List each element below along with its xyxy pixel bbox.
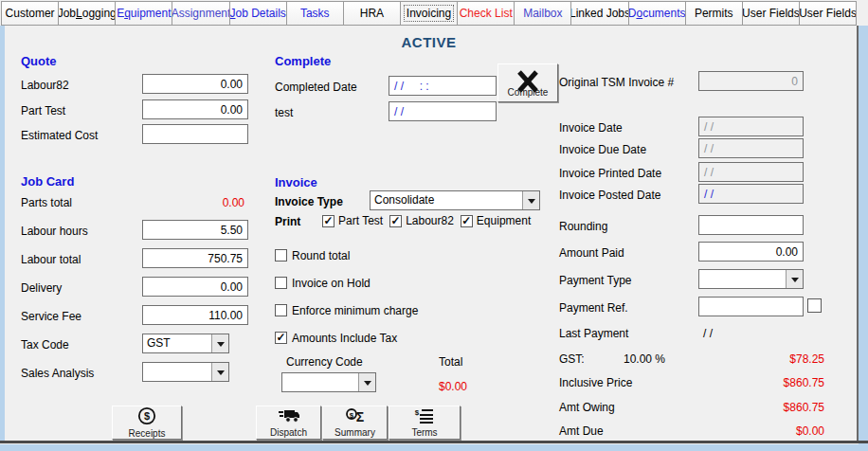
chevron-down-icon (791, 278, 799, 286)
chevron-down-icon (217, 370, 225, 379)
tab-check-list[interactable]: Check List (457, 1, 515, 26)
window-frame-left (0, 26, 5, 443)
tab-job-logging[interactable]: Job Logging (58, 1, 116, 26)
print-option-label: Equipment (477, 214, 531, 227)
invoice-type-label: Invoice Type (275, 195, 343, 208)
part-test-input[interactable]: 0.00 (142, 99, 248, 119)
gst-value: $78.25 (720, 352, 824, 366)
tab-permits[interactable]: Permits (685, 1, 743, 26)
tab-bar: CustomerJob LoggingEquipmentAssignmentJo… (1, 1, 857, 26)
invoicing-window: CustomerJob LoggingEquipmentAssignmentJo… (0, 0, 868, 451)
print-option-equipment[interactable]: ✓Equipment (461, 214, 531, 227)
terms-button[interactable]: $ Terms (389, 406, 461, 440)
summary-button[interactable]: $Σ Summary (322, 406, 388, 440)
rounding-input[interactable] (698, 215, 804, 235)
print-label: Print (275, 215, 300, 228)
sales-analysis-label: Sales Analysis (21, 367, 94, 380)
amounts-include-tax-label: Amounts Include Tax (292, 332, 397, 345)
svg-text:Σ: Σ (355, 409, 363, 424)
inclusive-price-label: Inclusive Price (559, 376, 632, 389)
delivery-input[interactable]: 0.00 (142, 277, 248, 297)
enforce-minimum-charge-label: Enforce minimum charge (292, 304, 418, 317)
labour-hours-input[interactable]: 5.50 (142, 220, 248, 240)
print-option-part-test[interactable]: ✓Part Test (322, 214, 383, 227)
original-tsm-invoice-field: 0 (698, 71, 804, 91)
tax-code-select[interactable]: GST (142, 334, 229, 353)
estimated-cost-label: Estimated Cost (21, 129, 98, 142)
tab-invoicing[interactable]: Invoicing (400, 1, 458, 26)
payment-ref-label: Payment Ref. (559, 301, 628, 315)
tab-user-fields-2[interactable]: User Fields (799, 1, 857, 26)
amount-paid-label: Amount Paid (559, 246, 624, 260)
gst-label: GST: (559, 352, 585, 366)
print-option-labour82[interactable]: ✓Labour82 (389, 214, 454, 227)
inclusive-price-value: $860.75 (720, 376, 824, 389)
tab-tasks[interactable]: Tasks (286, 1, 344, 26)
tab-user-fields[interactable]: User Fields (742, 1, 800, 26)
parts-total-label: Parts total (21, 196, 72, 209)
amt-due-label: Amt Due (559, 424, 604, 438)
invoice-printed-date-field: / / (698, 162, 804, 182)
currency-code-dropdown-button[interactable] (358, 373, 375, 391)
currency-code-select[interactable] (281, 372, 376, 392)
tab-equipment[interactable]: Equipment (115, 1, 172, 26)
tab-documents[interactable]: Documents (628, 1, 686, 26)
invoice-type-select[interactable]: Consolidate (370, 190, 540, 210)
invoice-type-dropdown-button[interactable] (522, 191, 539, 209)
amt-owing-label: Amt Owing (559, 401, 615, 414)
estimated-cost-input[interactable] (142, 124, 248, 144)
total-label: Total (439, 355, 462, 369)
round-total-checkbox[interactable] (275, 249, 287, 262)
checkbox[interactable]: ✓ (461, 215, 473, 227)
gst-rate: 10.00 % (624, 352, 665, 366)
chevron-down-icon (528, 199, 535, 207)
dispatch-button[interactable]: Dispatch (256, 406, 321, 440)
invoice-posted-date-label: Invoice Posted Date (559, 189, 660, 202)
payment-ref-input[interactable] (698, 297, 804, 316)
amounts-include-tax-checkbox[interactable]: ✓ (275, 332, 287, 344)
invoice-due-date-label: Invoice Due Date (559, 143, 646, 156)
print-options: ✓Part Test✓Labour82✓Equipment (322, 214, 531, 227)
service-fee-input[interactable]: 110.00 (142, 305, 248, 325)
completed-date-label: Completed Date (275, 81, 357, 94)
amt-due-value: $0.00 (720, 424, 824, 438)
invoice-date-label: Invoice Date (559, 121, 623, 135)
payment-type-select[interactable] (698, 269, 804, 289)
tab-assignment[interactable]: Assignment (172, 1, 229, 26)
payment-type-dropdown-button[interactable] (786, 270, 803, 288)
tab-hra[interactable]: HRA (343, 1, 401, 26)
tax-code-dropdown-button[interactable] (211, 334, 228, 352)
frame-divider-vertical (857, 26, 859, 442)
last-payment-value: / / (703, 327, 713, 340)
invoice-on-hold-label: Invoice on Hold (292, 277, 371, 290)
amt-owing-value: $860.75 (720, 401, 824, 414)
tab-job-details[interactable]: Job Details (229, 1, 287, 26)
original-tsm-invoice-label: Original TSM Invoice # (559, 76, 674, 89)
tab-customer[interactable]: Customer (1, 1, 59, 26)
sales-analysis-select[interactable] (142, 362, 229, 382)
chevron-down-icon (364, 381, 371, 389)
labour82-input[interactable]: 0.00 (142, 74, 248, 94)
tab-mailbox[interactable]: Mailbox (514, 1, 571, 26)
job-status-title: ACTIVE (0, 34, 858, 50)
sigma-dollar-icon: $Σ (344, 407, 367, 426)
total-value: $0.00 (439, 380, 467, 393)
checkbox[interactable]: ✓ (389, 215, 402, 227)
enforce-minimum-charge-checkbox[interactable] (275, 304, 287, 316)
parts-total-value: 0.00 (142, 196, 244, 209)
amount-paid-input[interactable]: 0.00 (698, 242, 804, 262)
test-date-label: test (275, 106, 293, 119)
sales-analysis-dropdown-button[interactable] (211, 363, 228, 381)
tab-linked-jobs[interactable]: Linked Jobs (570, 1, 628, 26)
receipts-button[interactable]: $ Receipts (112, 406, 182, 440)
invoice-on-hold-checkbox[interactable] (275, 277, 287, 289)
test-date-input[interactable]: / / (389, 101, 497, 121)
complete-button[interactable]: Complete (497, 63, 558, 102)
labour-total-input[interactable]: 750.75 (142, 248, 248, 268)
completed-date-input[interactable]: / / : : (389, 76, 497, 96)
delivery-label: Delivery (21, 281, 62, 295)
invoice-printed-date-label: Invoice Printed Date (559, 167, 661, 180)
payment-ref-checkbox[interactable] (807, 298, 822, 313)
job-card-section-title: Job Card (21, 174, 74, 189)
checkbox[interactable]: ✓ (322, 215, 335, 227)
